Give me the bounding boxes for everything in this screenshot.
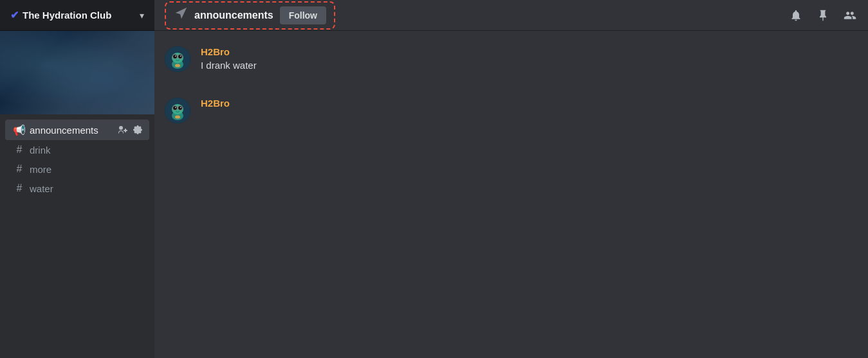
svg-point-17 — [178, 106, 183, 111]
message-text: I drank water — [201, 58, 858, 72]
channel-list: 📢 announcements # drink — [0, 114, 154, 358]
channel-name-announcements: announcements — [30, 125, 112, 136]
follow-button[interactable]: Follow — [280, 6, 326, 24]
server-chevron-icon[interactable]: ▾ — [140, 10, 144, 21]
avatar — [165, 46, 190, 72]
server-header[interactable]: ✔ The Hydration Club ▾ — [0, 0, 154, 31]
add-member-icon[interactable] — [116, 123, 129, 136]
message-author: H2Bro — [201, 98, 858, 109]
emoji-reaction-icon[interactable] — [822, 48, 837, 63]
notification-bell-icon[interactable] — [788, 8, 804, 23]
channel-name-more: more — [30, 164, 144, 175]
text-channel-icon-drink: # — [13, 144, 26, 156]
announcement-channel-icon: 📢 — [13, 124, 26, 136]
sidebar-item-water[interactable]: # water — [5, 179, 149, 198]
members-icon[interactable] — [842, 8, 858, 23]
publish-button[interactable]: Publish — [768, 46, 817, 64]
sidebar-item-drink[interactable]: # drink — [5, 140, 149, 159]
table-row: H2Bro I drank water Publish — [154, 41, 868, 77]
svg-point-4 — [178, 55, 183, 59]
table-row: H2Bro — [154, 93, 868, 129]
message-content: H2Bro — [201, 98, 858, 110]
message-author: H2Bro — [201, 46, 858, 57]
sidebar: ✔ The Hydration Club ▾ 📢 announcements — [0, 0, 154, 358]
settings-icon[interactable] — [131, 123, 144, 136]
avatar — [165, 98, 190, 123]
server-name-text: The Hydration Club — [23, 10, 111, 21]
message-divider — [154, 77, 868, 93]
message-content: H2Bro I drank water — [201, 46, 858, 72]
sidebar-item-more[interactable]: # more — [5, 159, 149, 179]
svg-point-9 — [176, 65, 177, 66]
text-channel-icon-water: # — [13, 183, 26, 194]
topbar-channel-highlight: announcements Follow — [165, 1, 335, 30]
svg-point-11 — [849, 55, 851, 56]
main-content: announcements Follow — [154, 0, 868, 358]
pin-icon[interactable] — [815, 8, 831, 23]
topbar-right-icons — [788, 8, 858, 23]
svg-point-19 — [180, 107, 181, 108]
channel-name-water: water — [30, 183, 144, 194]
channel-name-drink: drink — [30, 145, 144, 156]
topbar-channel-icon — [174, 6, 188, 24]
topbar-channel-name: announcements — [194, 10, 273, 21]
svg-point-10 — [849, 51, 851, 53]
svg-point-12 — [849, 58, 851, 59]
svg-point-3 — [173, 55, 178, 59]
svg-point-22 — [176, 116, 177, 118]
messages-area: H2Bro I drank water Publish — [154, 31, 868, 358]
channel-actions-announcements — [116, 123, 144, 136]
more-actions-icon[interactable] — [842, 48, 858, 63]
server-banner — [0, 31, 154, 114]
svg-point-5 — [175, 55, 176, 57]
server-checkmark-icon: ✔ — [10, 9, 19, 21]
topbar: announcements Follow — [154, 0, 868, 31]
svg-point-18 — [175, 107, 176, 108]
text-channel-icon-more: # — [13, 163, 26, 175]
sidebar-item-announcements[interactable]: 📢 announcements — [5, 120, 149, 140]
svg-point-16 — [173, 106, 178, 111]
server-name: ✔ The Hydration Club — [10, 9, 111, 21]
svg-point-6 — [180, 55, 181, 57]
